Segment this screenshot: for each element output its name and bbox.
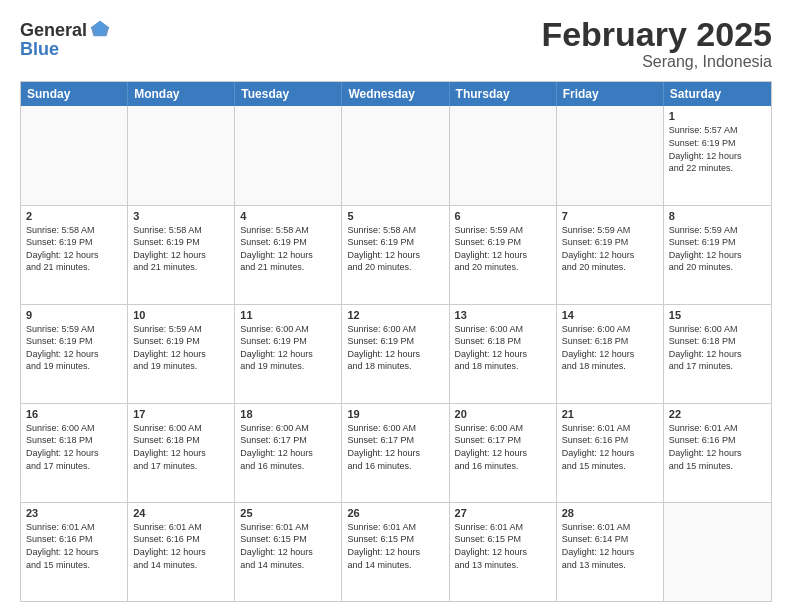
day-cell-13: 13Sunrise: 6:00 AM Sunset: 6:18 PM Dayli… <box>450 305 557 403</box>
logo-general: General <box>20 21 87 39</box>
day-number: 25 <box>240 507 336 519</box>
day-cell-8: 8Sunrise: 5:59 AM Sunset: 6:19 PM Daylig… <box>664 206 771 304</box>
header-cell-saturday: Saturday <box>664 82 771 106</box>
day-number: 16 <box>26 408 122 420</box>
day-number: 15 <box>669 309 766 321</box>
header-cell-sunday: Sunday <box>21 82 128 106</box>
day-info: Sunrise: 6:00 AM Sunset: 6:18 PM Dayligh… <box>562 323 658 373</box>
empty-cell-4-6 <box>664 503 771 601</box>
day-number: 13 <box>455 309 551 321</box>
day-info: Sunrise: 5:58 AM Sunset: 6:19 PM Dayligh… <box>240 224 336 274</box>
header: General Blue February 2025 Serang, Indon… <box>20 16 772 71</box>
calendar-body: 1Sunrise: 5:57 AM Sunset: 6:19 PM Daylig… <box>21 106 771 601</box>
day-cell-3: 3Sunrise: 5:58 AM Sunset: 6:19 PM Daylig… <box>128 206 235 304</box>
day-info: Sunrise: 6:01 AM Sunset: 6:16 PM Dayligh… <box>562 422 658 472</box>
calendar-row-2: 9Sunrise: 5:59 AM Sunset: 6:19 PM Daylig… <box>21 304 771 403</box>
day-number: 21 <box>562 408 658 420</box>
header-cell-tuesday: Tuesday <box>235 82 342 106</box>
title-location: Serang, Indonesia <box>541 53 772 71</box>
day-info: Sunrise: 5:58 AM Sunset: 6:19 PM Dayligh… <box>347 224 443 274</box>
calendar-row-1: 2Sunrise: 5:58 AM Sunset: 6:19 PM Daylig… <box>21 205 771 304</box>
calendar-row-0: 1Sunrise: 5:57 AM Sunset: 6:19 PM Daylig… <box>21 106 771 204</box>
day-cell-26: 26Sunrise: 6:01 AM Sunset: 6:15 PM Dayli… <box>342 503 449 601</box>
day-info: Sunrise: 5:59 AM Sunset: 6:19 PM Dayligh… <box>26 323 122 373</box>
day-info: Sunrise: 5:58 AM Sunset: 6:19 PM Dayligh… <box>26 224 122 274</box>
calendar: SundayMondayTuesdayWednesdayThursdayFrid… <box>20 81 772 602</box>
calendar-header: SundayMondayTuesdayWednesdayThursdayFrid… <box>21 82 771 106</box>
day-number: 26 <box>347 507 443 519</box>
day-cell-12: 12Sunrise: 6:00 AM Sunset: 6:19 PM Dayli… <box>342 305 449 403</box>
calendar-row-4: 23Sunrise: 6:01 AM Sunset: 6:16 PM Dayli… <box>21 502 771 601</box>
day-number: 6 <box>455 210 551 222</box>
day-cell-18: 18Sunrise: 6:00 AM Sunset: 6:17 PM Dayli… <box>235 404 342 502</box>
day-info: Sunrise: 6:00 AM Sunset: 6:17 PM Dayligh… <box>240 422 336 472</box>
day-cell-19: 19Sunrise: 6:00 AM Sunset: 6:17 PM Dayli… <box>342 404 449 502</box>
day-info: Sunrise: 6:00 AM Sunset: 6:19 PM Dayligh… <box>240 323 336 373</box>
day-info: Sunrise: 5:59 AM Sunset: 6:19 PM Dayligh… <box>133 323 229 373</box>
title-block: February 2025 Serang, Indonesia <box>541 16 772 71</box>
day-cell-27: 27Sunrise: 6:01 AM Sunset: 6:15 PM Dayli… <box>450 503 557 601</box>
day-number: 19 <box>347 408 443 420</box>
day-number: 24 <box>133 507 229 519</box>
day-number: 11 <box>240 309 336 321</box>
day-info: Sunrise: 6:01 AM Sunset: 6:14 PM Dayligh… <box>562 521 658 571</box>
header-cell-friday: Friday <box>557 82 664 106</box>
day-cell-22: 22Sunrise: 6:01 AM Sunset: 6:16 PM Dayli… <box>664 404 771 502</box>
day-number: 8 <box>669 210 766 222</box>
day-number: 2 <box>26 210 122 222</box>
empty-cell-0-0 <box>21 106 128 204</box>
day-cell-20: 20Sunrise: 6:00 AM Sunset: 6:17 PM Dayli… <box>450 404 557 502</box>
header-cell-monday: Monday <box>128 82 235 106</box>
day-cell-7: 7Sunrise: 5:59 AM Sunset: 6:19 PM Daylig… <box>557 206 664 304</box>
day-info: Sunrise: 6:01 AM Sunset: 6:16 PM Dayligh… <box>133 521 229 571</box>
day-info: Sunrise: 6:00 AM Sunset: 6:18 PM Dayligh… <box>133 422 229 472</box>
logo: General Blue <box>20 20 111 59</box>
day-cell-25: 25Sunrise: 6:01 AM Sunset: 6:15 PM Dayli… <box>235 503 342 601</box>
logo-icon <box>89 18 111 40</box>
day-number: 27 <box>455 507 551 519</box>
day-cell-28: 28Sunrise: 6:01 AM Sunset: 6:14 PM Dayli… <box>557 503 664 601</box>
day-cell-2: 2Sunrise: 5:58 AM Sunset: 6:19 PM Daylig… <box>21 206 128 304</box>
day-cell-5: 5Sunrise: 5:58 AM Sunset: 6:19 PM Daylig… <box>342 206 449 304</box>
day-info: Sunrise: 6:00 AM Sunset: 6:19 PM Dayligh… <box>347 323 443 373</box>
day-info: Sunrise: 5:59 AM Sunset: 6:19 PM Dayligh… <box>455 224 551 274</box>
day-cell-1: 1Sunrise: 5:57 AM Sunset: 6:19 PM Daylig… <box>664 106 771 204</box>
day-info: Sunrise: 6:00 AM Sunset: 6:17 PM Dayligh… <box>347 422 443 472</box>
day-info: Sunrise: 6:01 AM Sunset: 6:15 PM Dayligh… <box>455 521 551 571</box>
day-number: 18 <box>240 408 336 420</box>
day-number: 1 <box>669 110 766 122</box>
empty-cell-0-4 <box>450 106 557 204</box>
day-number: 5 <box>347 210 443 222</box>
day-number: 10 <box>133 309 229 321</box>
day-cell-10: 10Sunrise: 5:59 AM Sunset: 6:19 PM Dayli… <box>128 305 235 403</box>
day-info: Sunrise: 6:01 AM Sunset: 6:16 PM Dayligh… <box>669 422 766 472</box>
page: General Blue February 2025 Serang, Indon… <box>0 0 792 612</box>
day-info: Sunrise: 6:01 AM Sunset: 6:15 PM Dayligh… <box>240 521 336 571</box>
day-info: Sunrise: 5:57 AM Sunset: 6:19 PM Dayligh… <box>669 124 766 174</box>
day-number: 3 <box>133 210 229 222</box>
empty-cell-0-5 <box>557 106 664 204</box>
day-info: Sunrise: 5:58 AM Sunset: 6:19 PM Dayligh… <box>133 224 229 274</box>
day-info: Sunrise: 6:01 AM Sunset: 6:15 PM Dayligh… <box>347 521 443 571</box>
day-info: Sunrise: 6:00 AM Sunset: 6:17 PM Dayligh… <box>455 422 551 472</box>
day-cell-15: 15Sunrise: 6:00 AM Sunset: 6:18 PM Dayli… <box>664 305 771 403</box>
day-cell-17: 17Sunrise: 6:00 AM Sunset: 6:18 PM Dayli… <box>128 404 235 502</box>
day-cell-16: 16Sunrise: 6:00 AM Sunset: 6:18 PM Dayli… <box>21 404 128 502</box>
day-number: 7 <box>562 210 658 222</box>
day-cell-6: 6Sunrise: 5:59 AM Sunset: 6:19 PM Daylig… <box>450 206 557 304</box>
day-number: 14 <box>562 309 658 321</box>
day-cell-4: 4Sunrise: 5:58 AM Sunset: 6:19 PM Daylig… <box>235 206 342 304</box>
day-info: Sunrise: 6:01 AM Sunset: 6:16 PM Dayligh… <box>26 521 122 571</box>
day-number: 22 <box>669 408 766 420</box>
day-cell-11: 11Sunrise: 6:00 AM Sunset: 6:19 PM Dayli… <box>235 305 342 403</box>
day-cell-24: 24Sunrise: 6:01 AM Sunset: 6:16 PM Dayli… <box>128 503 235 601</box>
title-month: February 2025 <box>541 16 772 53</box>
day-number: 17 <box>133 408 229 420</box>
empty-cell-0-3 <box>342 106 449 204</box>
day-cell-9: 9Sunrise: 5:59 AM Sunset: 6:19 PM Daylig… <box>21 305 128 403</box>
day-info: Sunrise: 6:00 AM Sunset: 6:18 PM Dayligh… <box>669 323 766 373</box>
header-cell-wednesday: Wednesday <box>342 82 449 106</box>
empty-cell-0-1 <box>128 106 235 204</box>
header-cell-thursday: Thursday <box>450 82 557 106</box>
day-number: 20 <box>455 408 551 420</box>
